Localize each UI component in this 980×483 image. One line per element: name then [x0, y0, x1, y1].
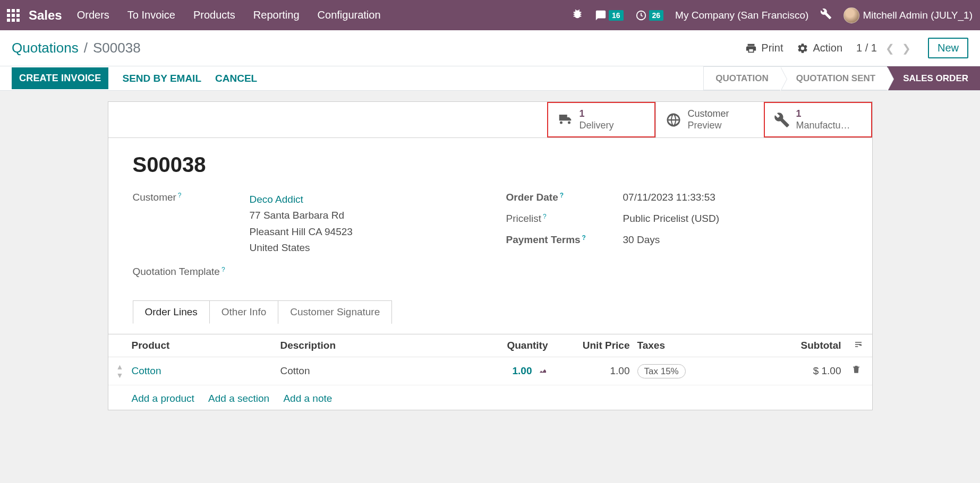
add-product-link[interactable]: Add a product: [132, 393, 194, 404]
messages-button[interactable]: 16: [595, 10, 624, 21]
create-invoice-button[interactable]: CREATE INVOICE: [12, 67, 108, 89]
activities-button[interactable]: 26: [635, 10, 664, 21]
menu-orders[interactable]: Orders: [77, 9, 109, 21]
delete-line-icon[interactable]: [846, 365, 867, 377]
cancel-button[interactable]: CANCEL: [215, 73, 257, 84]
help-icon[interactable]: ?: [582, 234, 586, 242]
stage-quotation-sent[interactable]: QUOTATION SENT: [780, 66, 888, 90]
pager-next[interactable]: ❯: [899, 40, 914, 57]
avatar: [843, 7, 859, 23]
control-bar: Quotations / S00038 Print Action 1 / 1 ❮…: [0, 30, 980, 66]
apps-icon[interactable]: [5, 7, 21, 23]
action-button[interactable]: Action: [797, 42, 842, 54]
order-date-value[interactable]: 07/11/2023 11:33:53: [623, 192, 848, 203]
label-order-date: Order Date?: [506, 192, 623, 203]
help-icon[interactable]: ?: [178, 192, 182, 199]
line-product[interactable]: Cotton: [132, 365, 161, 376]
line-description[interactable]: Cotton: [280, 365, 459, 377]
stat-manufacturing-label: Manufactu…: [796, 120, 850, 132]
line-taxes[interactable]: Tax 15%: [637, 365, 727, 377]
form-sheet: 1 Delivery Customer Preview 1 Manufactu…: [108, 101, 873, 410]
stat-preview-line1: Customer: [688, 108, 729, 120]
help-icon[interactable]: ?: [560, 192, 564, 199]
menu-to-invoice[interactable]: To Invoice: [127, 9, 175, 21]
label-quotation-template: Quotation Template?: [133, 266, 250, 278]
pricelist-value[interactable]: Public Pricelist (USD): [623, 213, 848, 225]
tab-order-lines[interactable]: Order Lines: [133, 300, 210, 324]
tab-customer-signature[interactable]: Customer Signature: [278, 300, 392, 324]
stat-buttons: 1 Delivery Customer Preview 1 Manufactu…: [108, 102, 872, 138]
wrench-icon: [774, 112, 790, 128]
stat-delivery-num: 1: [580, 108, 614, 120]
content-area: 1 Delivery Customer Preview 1 Manufactu…: [0, 91, 980, 421]
globe-icon: [666, 112, 681, 128]
col-description[interactable]: Description: [280, 340, 459, 351]
col-quantity[interactable]: Quantity: [459, 340, 556, 351]
form-body: S00038 Customer? Deco Addict 77 Santa Ba…: [108, 138, 872, 334]
help-icon[interactable]: ?: [221, 266, 225, 273]
top-menu: Orders To Invoice Products Reporting Con…: [77, 9, 381, 21]
customer-country: United States: [250, 242, 310, 253]
customer-link[interactable]: Deco Addict: [250, 194, 303, 205]
form-col-left: Customer? Deco Addict 77 Santa Barbara R…: [133, 192, 474, 287]
pager-prev[interactable]: ❮: [882, 40, 898, 57]
optional-columns-icon[interactable]: [853, 340, 867, 351]
activities-badge: 26: [649, 10, 664, 21]
user-menu[interactable]: Mitchell Admin (JULY_1): [843, 7, 973, 23]
line-quantity[interactable]: 1.00: [459, 365, 556, 377]
breadcrumb: Quotations / S00038: [12, 40, 141, 56]
truck-icon: [557, 112, 573, 128]
table-add-row: Add a product Add a section Add a note: [108, 385, 872, 410]
stat-customer-preview[interactable]: Customer Preview: [655, 102, 764, 137]
tab-other-info[interactable]: Other Info: [210, 300, 279, 324]
line-unit-price[interactable]: 1.00: [556, 365, 637, 377]
app-brand[interactable]: Sales: [29, 8, 62, 23]
status-bar: CREATE INVOICE SEND BY EMAIL CANCEL QUOT…: [0, 66, 980, 91]
debug-icon[interactable]: [572, 8, 583, 22]
payment-terms-value[interactable]: 30 Days: [623, 234, 848, 246]
menu-reporting[interactable]: Reporting: [253, 9, 300, 21]
notebook-tabs: Order Lines Other Info Customer Signatur…: [133, 300, 848, 323]
breadcrumb-sep: /: [84, 40, 88, 56]
record-title: S00038: [133, 153, 848, 177]
table-row[interactable]: ▲▼ Cotton Cotton 1.00 1.00 Tax 15% $ 1.0…: [108, 357, 872, 385]
menu-products[interactable]: Products: [193, 9, 235, 21]
stage-sales-order[interactable]: SALES ORDER: [887, 66, 980, 90]
stage-tracker: QUOTATION QUOTATION SENT SALES ORDER: [703, 66, 980, 90]
col-subtotal[interactable]: Subtotal: [727, 340, 846, 351]
new-button[interactable]: New: [928, 38, 968, 58]
breadcrumb-parent[interactable]: Quotations: [12, 40, 79, 56]
label-pricelist: Pricelist?: [506, 213, 623, 225]
form-col-right: Order Date? 07/11/2023 11:33:53 Pricelis…: [506, 192, 848, 287]
print-button[interactable]: Print: [745, 42, 783, 54]
stat-delivery-label: Delivery: [580, 120, 614, 132]
customer-city: Pleasant Hill CA 94523: [250, 226, 353, 237]
support-icon[interactable]: [820, 8, 832, 22]
customer-street: 77 Santa Barbara Rd: [250, 210, 345, 221]
col-product[interactable]: Product: [132, 340, 280, 351]
col-unit-price[interactable]: Unit Price: [556, 340, 637, 351]
stat-manufacturing-num: 1: [796, 108, 850, 120]
drag-handle-icon[interactable]: ▲▼: [108, 363, 132, 380]
user-name: Mitchell Admin (JULY_1): [863, 10, 973, 21]
table-header: Product Description Quantity Unit Price …: [108, 334, 872, 357]
company-switcher[interactable]: My Company (San Francisco): [675, 10, 808, 21]
help-icon[interactable]: ?: [543, 213, 547, 220]
stat-manufacturing[interactable]: 1 Manufactu…: [764, 102, 872, 137]
order-lines-table: Product Description Quantity Unit Price …: [108, 334, 872, 410]
pager-text[interactable]: 1 / 1: [856, 42, 877, 54]
top-navbar: Sales Orders To Invoice Products Reporti…: [0, 0, 980, 30]
action-label: Action: [813, 42, 842, 54]
label-payment-terms: Payment Terms?: [506, 234, 623, 246]
col-taxes[interactable]: Taxes: [637, 340, 727, 351]
add-note-link[interactable]: Add a note: [283, 393, 332, 404]
messages-badge: 16: [609, 10, 624, 21]
stat-delivery[interactable]: 1 Delivery: [547, 102, 655, 137]
stage-quotation[interactable]: QUOTATION: [703, 66, 780, 90]
topnav-right: 16 26 My Company (San Francisco) Mitchel…: [572, 7, 973, 23]
add-section-link[interactable]: Add a section: [208, 393, 269, 404]
label-customer: Customer?: [133, 192, 250, 203]
send-by-email-button[interactable]: SEND BY EMAIL: [122, 73, 201, 84]
menu-configuration[interactable]: Configuration: [318, 9, 381, 21]
forecast-icon[interactable]: [538, 367, 548, 375]
